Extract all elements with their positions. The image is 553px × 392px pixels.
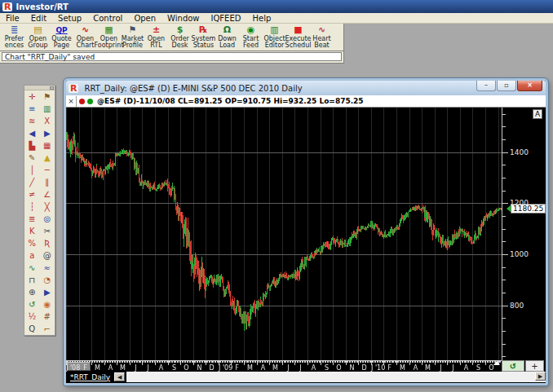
market-profile-button[interactable]: ⚑MarketProfile bbox=[121, 24, 144, 51]
menu-item-file[interactable]: File bbox=[0, 14, 25, 23]
percent-tool[interactable]: % bbox=[24, 237, 40, 249]
preferences-button[interactable]: ≣Preferences bbox=[2, 24, 26, 51]
y-minor-tick bbox=[502, 344, 506, 345]
menu-item-help[interactable]: Help bbox=[246, 14, 276, 23]
x-tick-label: J bbox=[294, 365, 307, 372]
k-tool[interactable]: K bbox=[24, 225, 40, 237]
open-rtl-button[interactable]: ±OpenRTL bbox=[144, 24, 168, 51]
parallel-line-tool-icon: ∥ bbox=[45, 176, 49, 188]
ticker-tool[interactable]: ≈ bbox=[40, 262, 55, 274]
palette-close-icon[interactable] bbox=[50, 86, 54, 90]
order-desk-button[interactable]: $OrderDesk bbox=[168, 24, 192, 51]
q-tool[interactable]: Q bbox=[24, 323, 40, 335]
main-window-titlebar[interactable]: R Investor/RT bbox=[0, 0, 553, 13]
horizontal-line-tool[interactable]: ─ bbox=[40, 164, 55, 176]
chart-window-titlebar[interactable]: R RRT_Daily: @ES# (D) E-MINI S&P 500 DEC… bbox=[66, 81, 546, 95]
refresh-tool[interactable]: ↺ bbox=[24, 298, 40, 311]
scissors-tool[interactable]: ✂ bbox=[40, 225, 55, 237]
tab-rrt-daily[interactable]: *RRT_Daily bbox=[70, 373, 110, 381]
snapshot-tool-icon: # bbox=[44, 311, 51, 323]
minimize-button[interactable]: – bbox=[476, 81, 496, 91]
menu-item-window[interactable]: Window bbox=[161, 14, 205, 23]
y-minor-tick bbox=[502, 331, 506, 332]
quote-text: @ES# (D)-11/10/08 CL=891.25 OP=910.75 Hi… bbox=[97, 97, 364, 105]
grid-lines-tool[interactable]: ┆ bbox=[24, 200, 40, 213]
close-pane-button[interactable]: × bbox=[66, 96, 77, 107]
snapshot-tool[interactable]: # bbox=[40, 311, 55, 323]
x-tick-label: M bbox=[396, 365, 409, 372]
pointer-tool[interactable]: ✛ bbox=[24, 90, 40, 103]
bar-chart-tool[interactable]: ▙ bbox=[24, 139, 40, 152]
list-tool[interactable]: ≡ bbox=[24, 103, 40, 115]
clock-tool[interactable]: ◔ bbox=[40, 274, 55, 286]
x-tick-label: A bbox=[460, 365, 472, 372]
y-minor-tick bbox=[502, 191, 506, 192]
auto-scale-button[interactable]: A bbox=[533, 109, 542, 119]
x-tick-label: M bbox=[91, 365, 104, 372]
trash-tool[interactable]: ▥ bbox=[40, 103, 55, 115]
key-tool[interactable]: ⌐ bbox=[40, 323, 55, 335]
alert-bell-tool[interactable]: ▲ bbox=[40, 152, 55, 164]
scroll-right-tool[interactable]: ▶ bbox=[40, 127, 55, 139]
down-load-button[interactable]: ΩDownLoad bbox=[215, 24, 239, 51]
system-status-label2: Status bbox=[193, 42, 215, 49]
x-tick-label: J '08 bbox=[66, 365, 78, 372]
open-footprint-label2: Footprint bbox=[94, 42, 123, 49]
fib-levels-tool[interactable]: ≣ bbox=[24, 213, 40, 225]
x-tick-label: F bbox=[231, 365, 243, 372]
rectangle-tool[interactable]: ⊓ bbox=[24, 274, 40, 286]
xyz-axis-tool[interactable]: X bbox=[40, 115, 55, 127]
q-tool-icon: Q bbox=[29, 323, 35, 335]
text-tool-icon: a bbox=[29, 249, 34, 262]
menu-item-edit[interactable]: Edit bbox=[25, 14, 52, 23]
scroll-left-tool[interactable]: ◀ bbox=[24, 127, 40, 139]
play-tool[interactable]: ▶ bbox=[40, 286, 55, 298]
k-tool-icon: K bbox=[29, 225, 35, 237]
quote-page-button[interactable]: QPQuotePage bbox=[50, 24, 73, 51]
close-button[interactable]: × bbox=[517, 81, 542, 91]
cross-tool[interactable]: ╳ bbox=[40, 200, 55, 213]
menu-item-iqfeed[interactable]: IQFEED bbox=[206, 14, 247, 23]
pan-hand-tool[interactable]: ◉ bbox=[40, 298, 55, 311]
open-footprint-button[interactable]: ▦OpenFootprint bbox=[97, 24, 121, 51]
not-equal-tool[interactable]: ≠ bbox=[24, 188, 40, 200]
tab-bar: *RRT_Daily ◀ ▶ bbox=[66, 372, 546, 382]
x-tick-label: J bbox=[435, 365, 447, 372]
restore-button[interactable]: ▫ bbox=[497, 81, 516, 91]
eraser-tool[interactable]: ≋ bbox=[24, 115, 40, 127]
spiral-tool[interactable]: ◎ bbox=[40, 213, 55, 225]
object-editor-button[interactable]: ▥ObjectEditor bbox=[263, 24, 286, 51]
menu-item-open[interactable]: Open bbox=[128, 14, 161, 23]
chart-window: R RRT_Daily: @ES# (D) E-MINI S&P 500 DEC… bbox=[64, 78, 548, 385]
start-feed-button[interactable]: ◉StartFeed bbox=[239, 24, 263, 51]
palette-header[interactable] bbox=[24, 86, 55, 90]
annotation-tool[interactable]: @ bbox=[40, 249, 55, 262]
zoom-in-button[interactable]: + bbox=[525, 360, 544, 372]
open-group-button[interactable]: ▤OpenGroup bbox=[26, 24, 50, 51]
heart-beat-button[interactable]: ∿HeartBeat bbox=[310, 24, 334, 51]
execute-schedule-button[interactable]: ■ExecuteSchedul bbox=[286, 24, 310, 51]
mini-chart-tool[interactable]: ∿ bbox=[24, 262, 40, 274]
y-axis[interactable]: A 1180.25 800100012001400 bbox=[502, 108, 546, 360]
red-status-icon bbox=[79, 99, 85, 104]
parallel-line-tool[interactable]: ∥ bbox=[40, 176, 55, 188]
system-status-button[interactable]: ℞SystemStatus bbox=[192, 24, 215, 51]
trendline-tool[interactable]: ╱ bbox=[24, 176, 40, 188]
flag-tool[interactable]: ⚑ bbox=[40, 90, 55, 103]
price-chart-canvas[interactable] bbox=[66, 108, 502, 360]
chart-content: A 1180.25 800100012001400 J '08FMAMJJASO… bbox=[66, 108, 546, 382]
y-tick-label: 1200 bbox=[510, 200, 529, 207]
zoom-tool[interactable]: ⊕ bbox=[24, 286, 40, 298]
heatmap-tool[interactable]: ▦ bbox=[40, 139, 55, 152]
refresh-button[interactable]: ↺ bbox=[502, 360, 524, 372]
draw-tool[interactable]: ✎ bbox=[24, 152, 40, 164]
tab-scroll-left-button[interactable]: ◀ bbox=[114, 372, 125, 381]
retracement-tool[interactable]: Ʀ bbox=[40, 237, 55, 249]
text-tool[interactable]: a bbox=[24, 249, 40, 262]
fraction-tool[interactable]: ½ bbox=[24, 311, 40, 323]
menu-item-control[interactable]: Control bbox=[87, 14, 128, 23]
angle-tool[interactable]: ∠ bbox=[40, 188, 55, 200]
tab-scroll-right-button[interactable]: ▶ bbox=[535, 372, 546, 381]
menu-item-setup[interactable]: Setup bbox=[52, 14, 87, 23]
vertical-line-tool[interactable]: │ bbox=[24, 164, 40, 176]
